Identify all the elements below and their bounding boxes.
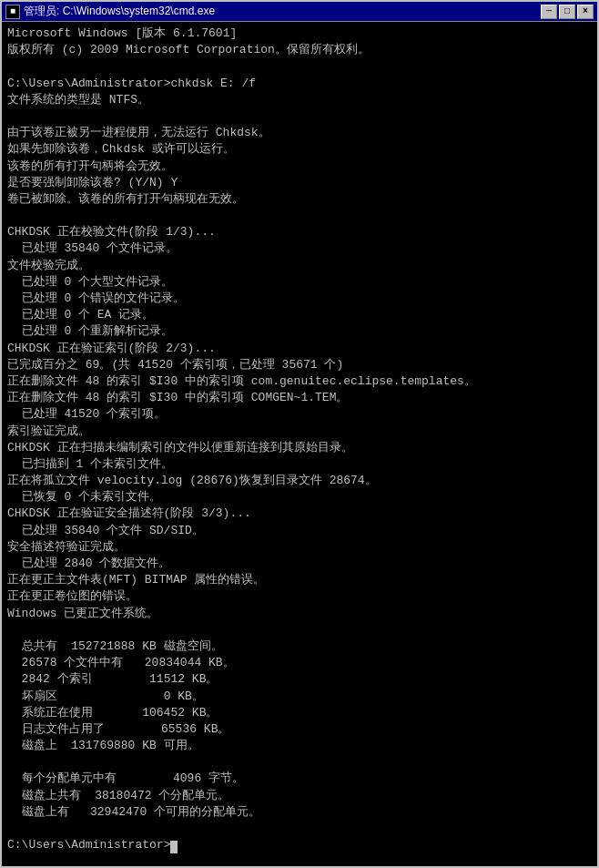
terminal-line: 已恢复 0 个未索引文件。 [7,489,592,505]
terminal-line: 已处理 0 个 EA 记录。 [7,307,592,323]
terminal-line: 已处理 0 个大型文件记录。 [7,274,592,291]
title-bar: ■ 管理员: C:\Windows\system32\cmd.exe ─ □ × [2,2,597,22]
terminal-line: 系统正在使用 106452 KB。 [7,705,592,721]
terminal-line: C:\Users\Administrator>chkdsk E: /f [7,76,592,92]
terminal-line: 文件系统的类型是 NTFS。 [7,92,592,108]
maximize-button[interactable]: □ [559,5,575,19]
terminal-line: 如果先卸除该卷，Chkdsk 或许可以运行。 [7,141,592,158]
terminal-line: 2842 个索引 11512 KB。 [7,671,592,688]
terminal-line: 日志文件占用了 65536 KB。 [7,721,592,738]
terminal-line: Windows 已更正文件系统。 [7,606,592,622]
terminal-line: 已处理 2840 个数据文件。 [7,556,592,572]
terminal-line: Microsoft Windows [版本 6.1.7601] [7,26,592,42]
terminal-line: 已处理 0 个重新解析记录。 [7,323,592,340]
terminal-line: 坏扇区 0 KB。 [7,689,592,705]
terminal-line: 版权所有 (c) 2009 Microsoft Corporation。保留所有… [7,42,592,58]
cmd-window: ■ 管理员: C:\Windows\system32\cmd.exe ─ □ ×… [0,0,599,868]
terminal-line [7,208,592,224]
cmd-icon: ■ [5,5,20,19]
minimize-button[interactable]: ─ [541,5,557,19]
terminal-line: 文件校验完成。 [7,258,592,274]
terminal-line: 已处理 0 个错误的文件记录。 [7,291,592,307]
terminal-line: 已处理 35840 个文件记录。 [7,240,592,257]
terminal-line: 安全描述符验证完成。 [7,539,592,556]
window-controls: ─ □ × [541,5,594,19]
title-bar-left: ■ 管理员: C:\Windows\system32\cmd.exe [5,4,215,19]
terminal-line: 已完成百分之 69。(共 41520 个索引项，已处理 35671 个) [7,357,592,373]
terminal-line: 正在删除文件 48 的索引 $I30 中的索引项 COMGEN~1.TEM。 [7,390,592,406]
terminal-line: 正在删除文件 48 的索引 $I30 中的索引项 com.genuitec.ec… [7,373,592,390]
terminal-line: 正在更正主文件表(MFT) BITMAP 属性的错误。 [7,572,592,588]
terminal-output[interactable]: Microsoft Windows [版本 6.1.7601]版权所有 (c) … [2,22,597,866]
terminal-line: CHKDSK 正在验证索引(阶段 2/3)... [7,341,592,357]
terminal-line [7,622,592,638]
terminal-line: CHKDSK 正在验证安全描述符(阶段 3/3)... [7,505,592,522]
terminal-line [7,754,592,771]
terminal-line: CHKDSK 正在校验文件(阶段 1/3)... [7,224,592,240]
terminal-line [7,821,592,837]
terminal-line: 26578 个文件中有 20834044 KB。 [7,655,592,671]
window-title: 管理员: C:\Windows\system32\cmd.exe [24,4,215,19]
terminal-line: C:\Users\Administrator> [7,837,592,853]
terminal-line: 已处理 35840 个文件 SD/SID。 [7,523,592,539]
terminal-line: 磁盘上共有 38180472 个分配单元。 [7,788,592,804]
terminal-line: 该卷的所有打开句柄将会无效。 [7,158,592,175]
terminal-line: 每个分配单元中有 4096 字节。 [7,771,592,787]
terminal-line: 已扫描到 1 个未索引文件。 [7,456,592,473]
cursor-blink [170,841,178,853]
terminal-line: 总共有 152721888 KB 磁盘空间。 [7,638,592,655]
terminal-line: 索引验证完成。 [7,424,592,440]
terminal-line [7,108,592,125]
terminal-line: 由于该卷正被另一进程使用，无法运行 Chkdsk。 [7,125,592,141]
close-button[interactable]: × [577,5,594,19]
terminal-line: 磁盘上 131769880 KB 可用。 [7,738,592,754]
terminal-line: 正在将孤立文件 velocity.log (28676)恢复到目录文件 2867… [7,473,592,489]
terminal-line: 正在更正卷位图的错误。 [7,588,592,605]
terminal-line: 已处理 41520 个索引项。 [7,406,592,423]
terminal-line: CHKDSK 正在扫描未编制索引的文件以便重新连接到其原始目录。 [7,440,592,456]
terminal-line: 卷已被卸除。该卷的所有打开句柄现在无效。 [7,191,592,208]
terminal-line: 磁盘上有 32942470 个可用的分配单元。 [7,804,592,821]
terminal-line: 是否要强制卸除该卷? (Y/N) Y [7,175,592,191]
terminal-line [7,58,592,75]
